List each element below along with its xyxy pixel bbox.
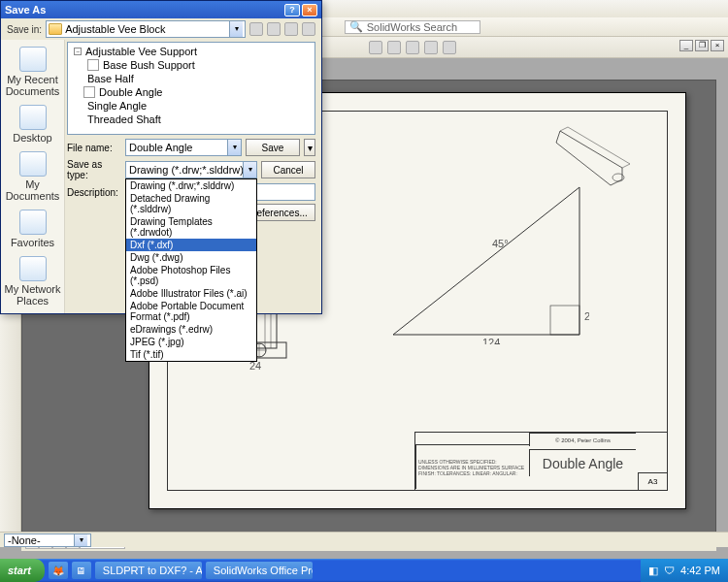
collapse-icon[interactable]: − (74, 48, 82, 55)
copyright-cell: © 2004, Peter Collins (529, 433, 636, 446)
filename-label: File name: (67, 143, 121, 153)
list-item[interactable]: Base Half (72, 72, 311, 85)
favorites-icon (19, 210, 47, 235)
chevron-down-icon[interactable]: ▾ (229, 21, 243, 37)
tray-icon[interactable]: 🛡 (664, 565, 675, 576)
place-favorites[interactable]: Favorites (4, 207, 62, 251)
filter-bar: -None- ▾ (0, 532, 728, 547)
svg-rect-1 (550, 306, 579, 335)
system-tray[interactable]: ◧ 🛡 4:42 PM (641, 559, 728, 582)
angle-dim: 45° (492, 238, 509, 249)
dialog-title: Save As (5, 4, 46, 16)
type-option[interactable]: Adobe Portable Document Format (*.pdf) (126, 300, 256, 323)
zoom-fit-icon[interactable] (369, 41, 382, 54)
dialog-form: File name: Double Angle ▾ Save ▾ Save as… (65, 137, 321, 230)
list-item[interactable]: Single Angle (72, 99, 311, 113)
chevron-down-icon: ▾ (74, 534, 87, 546)
isometric-view (550, 121, 638, 189)
saveas-value: Drawing (*.drw;*.slddrw) (129, 164, 244, 176)
dialog-close-icon[interactable]: × (302, 4, 317, 16)
search-input[interactable]: 🔍 SolidWorks Search (345, 20, 480, 34)
place-network[interactable]: My Network Places (4, 253, 62, 309)
save-button[interactable]: Save (246, 139, 300, 156)
back-icon[interactable] (249, 22, 263, 36)
type-option[interactable]: Adobe Illustrator Files (*.ai) (126, 287, 256, 300)
filename-value: Double Angle (129, 142, 192, 153)
task-button[interactable]: SLDPRT to DXF? - Aut... (95, 562, 202, 579)
mdi-close[interactable]: × (711, 40, 724, 51)
mdi-window-controls: _ ❐ × (679, 40, 724, 51)
saveas-type-combo[interactable]: Drawing (*.drw;*.slddrw) ▾ Drawing (*.dr… (125, 161, 257, 178)
search-placeholder: SolidWorks Search (367, 21, 457, 33)
zoom-area-icon[interactable] (387, 41, 401, 54)
start-button[interactable]: start (0, 559, 45, 582)
sheet-size-cell: A3 (638, 472, 667, 490)
windows-taskbar: start 🦊 🖥 SLDPRT to DXF? - Aut... SolidW… (0, 559, 728, 582)
task-button[interactable]: SolidWorks Office Pre... (206, 562, 313, 579)
type-option[interactable]: Drawing (*.drw;*.slddrw) (126, 179, 256, 192)
views-icon[interactable] (302, 22, 315, 36)
dialog-nav-bar: Save in: Adjustable Vee Block ▾ (1, 18, 321, 40)
chevron-down-icon[interactable]: ▾ (243, 162, 256, 178)
search-icon: 🔍 (349, 20, 363, 33)
mdi-restore[interactable]: ❐ (695, 40, 709, 51)
type-option[interactable]: Dxf (*.dxf) (126, 239, 256, 251)
type-option[interactable]: eDrawings (*.edrw) (126, 323, 256, 336)
tray-icon[interactable]: ◧ (648, 565, 658, 577)
list-item[interactable]: −Adjustable Vee Support (72, 45, 311, 58)
drawing-title: Double Angle (529, 449, 636, 476)
section-icon[interactable] (443, 41, 456, 54)
type-dropdown: Drawing (*.drw;*.slddrw)Detached Drawing… (125, 178, 257, 362)
type-option[interactable]: Adobe Photoshop Files (*.psd) (126, 264, 256, 287)
up-icon[interactable] (267, 22, 281, 36)
save-split-button[interactable]: ▾ (304, 139, 315, 156)
filename-input[interactable]: Double Angle ▾ (125, 139, 242, 156)
right-side-view: 45° 24 124 (385, 179, 589, 344)
place-desktop[interactable]: Desktop (4, 102, 62, 146)
network-icon (19, 256, 47, 281)
description-label: Description: (67, 187, 121, 198)
places-bar: My Recent Documents Desktop My Documents… (1, 40, 65, 313)
svg-line-17 (622, 164, 630, 168)
title-block: UNLESS OTHERWISE SPECIFIED: DIMENSIONS A… (414, 432, 667, 490)
svg-line-15 (560, 127, 568, 131)
recent-icon (19, 47, 47, 72)
type-option[interactable]: Drawing Templates (*.drwdot) (126, 215, 256, 239)
new-folder-icon[interactable] (284, 22, 298, 36)
quicklaunch-firefox-icon[interactable]: 🦊 (49, 562, 68, 579)
filter-combo[interactable]: -None- ▾ (4, 534, 91, 547)
type-option[interactable]: Dwg (*.dwg) (126, 251, 256, 264)
svg-text:124: 124 (482, 337, 500, 344)
dialog-help-icon[interactable]: ? (284, 4, 300, 16)
chevron-down-icon[interactable]: ▾ (227, 140, 241, 155)
drawing-icon (87, 59, 99, 71)
quicklaunch-desktop-icon[interactable]: 🖥 (72, 562, 91, 579)
savein-combo[interactable]: Adjustable Vee Block ▾ (46, 20, 246, 38)
drawing-icon (83, 86, 95, 98)
svg-line-16 (568, 127, 630, 164)
svg-text:24: 24 (584, 310, 589, 322)
type-option[interactable]: JPEG (*.jpg) (126, 336, 256, 348)
place-documents[interactable]: My Documents (4, 148, 62, 205)
rotate-icon[interactable] (406, 41, 419, 54)
list-item[interactable]: Double Angle (72, 85, 311, 99)
list-item[interactable]: Base Bush Support (72, 58, 311, 72)
savein-label: Save in: (7, 24, 42, 35)
pan-icon[interactable] (424, 41, 438, 54)
cancel-button[interactable]: Cancel (261, 161, 315, 178)
type-option[interactable]: Detached Drawing (*.slddrw) (126, 192, 256, 215)
place-recent[interactable]: My Recent Documents (4, 44, 62, 100)
filter-value: -None- (8, 534, 41, 546)
svg-marker-0 (393, 187, 579, 335)
folder-icon (49, 23, 62, 35)
list-item[interactable]: Threaded Shaft (72, 113, 311, 126)
documents-icon (19, 151, 47, 177)
saveas-label: Save as type: (67, 159, 121, 180)
clock[interactable]: 4:42 PM (680, 565, 720, 576)
dialog-titlebar[interactable]: Save As ? × (1, 1, 321, 18)
save-as-dialog: Save As ? × Save in: Adjustable Vee Bloc… (0, 0, 322, 314)
mdi-minimize[interactable]: _ (679, 40, 693, 51)
file-list[interactable]: −Adjustable Vee Support Base Bush Suppor… (67, 42, 315, 135)
savein-value: Adjustable Vee Block (65, 23, 165, 35)
type-option[interactable]: Tif (*.tif) (126, 348, 256, 361)
